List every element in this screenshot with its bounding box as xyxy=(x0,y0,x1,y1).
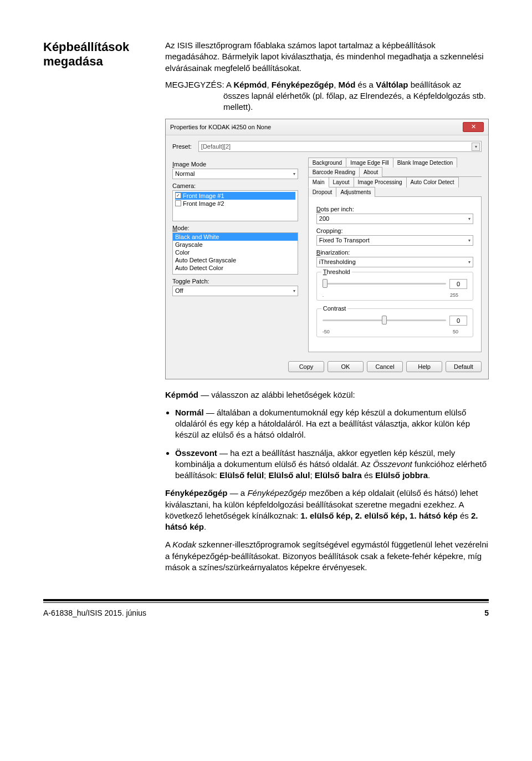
dialog-titlebar: Properties for KODAK i4250 on None ✕ xyxy=(166,119,488,135)
threshold-max: 255 xyxy=(450,292,458,298)
contrast-slider[interactable] xyxy=(323,319,446,321)
mode-item-bw[interactable]: Black and White xyxy=(173,233,298,241)
fgep-para: Fényképezőgép — a Fényképezőgép mezőben … xyxy=(165,488,489,532)
image-mode-label: Image Mode xyxy=(172,161,298,168)
tab-barcode-reading[interactable]: Barcode Reading xyxy=(308,167,360,177)
mode-list[interactable]: Black and White Grayscale Color Auto Det… xyxy=(172,232,298,275)
preset-label: Preset: xyxy=(172,143,192,150)
binarization-value: iThresholding xyxy=(319,258,356,265)
camera-item-front2[interactable]: Front Image #2 xyxy=(175,200,295,207)
chevron-down-icon: ▾ xyxy=(293,171,295,176)
checkbox-checked-icon[interactable]: ✓ xyxy=(175,192,181,199)
kodak-it: Kodak xyxy=(172,540,196,549)
ok-button[interactable]: OK xyxy=(328,361,364,372)
footer-left: A-61838_hu/ISIS 2015. június xyxy=(43,608,146,617)
toggle-patch-dropdown[interactable]: Off ▾ xyxy=(172,286,298,296)
cancel-button[interactable]: Cancel xyxy=(367,361,403,372)
chevron-down-icon: ▾ xyxy=(468,238,470,243)
page-number: 5 xyxy=(484,608,489,617)
cropping-dropdown[interactable]: Fixed To Transport ▾ xyxy=(316,235,473,246)
tab-image-processing[interactable]: Image Processing xyxy=(354,177,407,187)
close-button[interactable]: ✕ xyxy=(463,122,484,132)
chevron-down-icon: ▾ xyxy=(293,288,295,293)
contrast-value[interactable]: 0 xyxy=(449,316,467,326)
tab-main-panel: Dots per inch: 200 ▾ Cropping: Fixed To … xyxy=(308,197,482,352)
note-label: MEGJEGYZÉS: xyxy=(165,80,226,89)
mode-item-autocolor[interactable]: Auto Detect Color xyxy=(173,264,298,272)
image-mode-dropdown[interactable]: Normal ▾ xyxy=(172,169,298,179)
bullet-normal: Normál — általában a dokumentumoknál egy… xyxy=(175,407,489,441)
binarization-dropdown[interactable]: iThresholding ▾ xyxy=(316,257,473,267)
cropping-label: Cropping: xyxy=(316,227,473,234)
tab-blank-image-detection[interactable]: Blank Image Detection xyxy=(393,158,458,168)
threshold-value[interactable]: 0 xyxy=(449,279,467,289)
image-mode-label-text: mage Mode xyxy=(174,161,206,168)
b2-bold: Összevont xyxy=(175,448,217,458)
mode-label: Mode: xyxy=(172,225,298,231)
b2-o2: Elülső alul xyxy=(268,470,310,480)
b2-and: és xyxy=(362,470,375,480)
toggle-patch-label: Toggle Patch: xyxy=(172,278,298,285)
preset-value: [Default][2] xyxy=(201,143,231,150)
tab-background[interactable]: Background xyxy=(308,158,346,168)
fgep-b: Fényképezőgép xyxy=(165,488,228,498)
tab-dropout[interactable]: Dropout xyxy=(308,187,337,197)
chevron-down-icon: ▾ xyxy=(472,143,480,151)
threshold-slider[interactable] xyxy=(323,283,446,285)
kodak-t: szkenner-illesztőprogramok segítségével … xyxy=(165,540,488,572)
tab-adjustments[interactable]: Adjustments xyxy=(336,187,375,197)
slider-thumb-icon[interactable] xyxy=(382,316,387,324)
camera-list[interactable]: ✓ Front Image #1 Front Image #2 xyxy=(172,190,298,221)
mode-item-autogray[interactable]: Auto Detect Grayscale xyxy=(173,256,298,264)
mode-item-gray[interactable]: Grayscale xyxy=(173,241,298,248)
fgep-d: — a xyxy=(228,488,248,498)
b2-it: Összevont xyxy=(373,459,412,469)
dpi-label: Dots per inch: xyxy=(316,206,473,212)
camera-item-label: Front Image #1 xyxy=(183,192,224,199)
contrast-group: Contrast 0 -50 50 xyxy=(316,308,473,337)
fgep-o1: 1. elülső kép, 2. elülső kép, 1. hátsó k… xyxy=(300,511,457,520)
b2-o3: Elülső balra xyxy=(315,470,362,480)
camera-item-front1[interactable]: ✓ Front Image #1 xyxy=(175,192,295,200)
tabs-row-2: Main Layout Image Processing Auto Color … xyxy=(308,177,482,197)
tab-image-edge-fill[interactable]: Image Edge Fill xyxy=(346,158,393,168)
threshold-group: Threshold 0 . 255 xyxy=(316,272,473,301)
chevron-down-icon: ▾ xyxy=(468,260,470,265)
tab-auto-color-detect[interactable]: Auto Color Detect xyxy=(406,177,459,187)
kepmod-lead-t: — válasszon az alábbi lehetőségek közül: xyxy=(198,390,355,399)
binarization-label: Binarization: xyxy=(316,249,473,256)
default-button[interactable]: Default xyxy=(446,361,482,372)
contrast-label: Contrast xyxy=(321,305,348,312)
threshold-label: Threshold xyxy=(321,268,352,275)
copy-button[interactable]: Copy xyxy=(288,361,324,372)
kodak-para: A Kodak szkenner-illesztőprogramok segít… xyxy=(165,539,489,573)
mode-item-color[interactable]: Color xyxy=(173,248,298,256)
page-heading: Képbeállítások megadása xyxy=(43,40,149,69)
b1-bold: Normál xyxy=(175,408,204,417)
note-s3: és a xyxy=(355,80,376,89)
tab-about[interactable]: About xyxy=(359,167,382,177)
page-footer: A-61838_hu/ISIS 2015. június 5 xyxy=(43,599,489,617)
close-icon: ✕ xyxy=(471,123,476,130)
footer-rule-thin xyxy=(43,602,489,603)
threshold-min: . xyxy=(323,292,324,298)
note-w3: Mód xyxy=(339,80,356,89)
tab-layout[interactable]: Layout xyxy=(329,177,354,187)
footer-rule-thick xyxy=(43,599,489,601)
slider-thumb-icon[interactable] xyxy=(323,279,328,288)
preset-dropdown[interactable]: [Default][2] ▾ xyxy=(198,141,482,152)
fgep-it: Fényképezőgép xyxy=(247,488,306,498)
b1-text: — általában a dokumentumoknál egy kép ké… xyxy=(175,408,470,440)
note-w4: Váltólap xyxy=(376,80,408,89)
dpi-dropdown[interactable]: 200 ▾ xyxy=(316,214,473,224)
contrast-max: 50 xyxy=(453,329,458,334)
checkbox-icon[interactable] xyxy=(175,200,181,206)
cropping-value: Fixed To Transport xyxy=(319,237,370,243)
tab-main[interactable]: Main xyxy=(308,177,329,187)
help-button[interactable]: Help xyxy=(406,361,442,372)
note-pre: A xyxy=(226,80,233,89)
fgep-and: és xyxy=(458,511,471,520)
b2-o1: Elülső felül xyxy=(219,470,264,480)
kodak-pre: A xyxy=(165,540,172,549)
contrast-min: -50 xyxy=(323,329,330,334)
